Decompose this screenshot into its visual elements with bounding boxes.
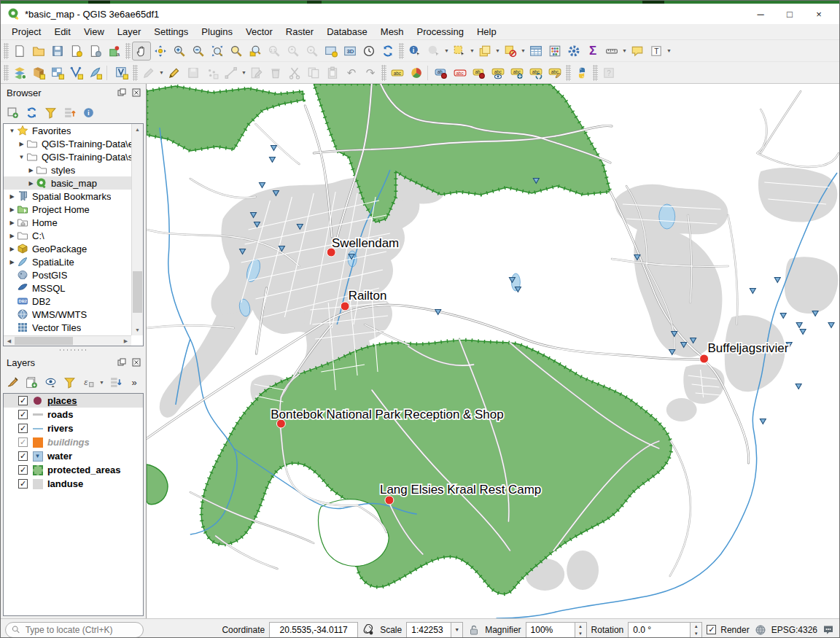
refresh-browser-icon[interactable] xyxy=(23,104,40,121)
crs-globe-icon[interactable] xyxy=(754,623,767,637)
browser-horizontal-scrollbar[interactable]: ◀▶ xyxy=(4,335,131,346)
browser-item-favorites[interactable]: ▼Favorites xyxy=(4,124,136,137)
scale-dropdown-icon[interactable]: ▼ xyxy=(451,622,463,638)
scroll-left-icon[interactable]: ◀ xyxy=(4,336,15,346)
lock-scale-icon[interactable] xyxy=(467,623,481,637)
add-raster-layer-icon[interactable] xyxy=(48,63,67,82)
browser-item-vector-tiles[interactable]: Vector Tiles xyxy=(4,321,136,334)
add-selected-layers-icon[interactable] xyxy=(4,104,21,121)
spin-up-icon[interactable]: ▲ xyxy=(575,623,586,630)
menu-vector[interactable]: Vector xyxy=(239,25,279,39)
layer-checkbox[interactable]: ✓ xyxy=(18,396,28,405)
toolbar-grip[interactable] xyxy=(133,65,138,81)
float-panel-icon[interactable] xyxy=(115,87,128,98)
statistical-summary-icon[interactable]: Σ xyxy=(583,42,602,61)
toggle-extents-icon[interactable] xyxy=(362,623,376,637)
zoom-to-selection-icon[interactable] xyxy=(227,42,246,61)
expand-icon[interactable]: ▶ xyxy=(17,141,26,147)
layer-row-protected-areas[interactable]: ✓protected_areas xyxy=(4,463,143,477)
map-tips-icon[interactable] xyxy=(628,42,647,61)
open-layer-styling-icon[interactable] xyxy=(4,373,21,391)
filter-by-expression-icon[interactable]: ε xyxy=(79,373,97,391)
cut-features-icon[interactable] xyxy=(285,63,304,82)
undo-icon[interactable]: ↶ xyxy=(342,63,361,82)
scroll-right-icon[interactable]: ▶ xyxy=(120,336,131,346)
run-feature-action-icon[interactable] xyxy=(424,42,443,61)
menu-settings[interactable]: Settings xyxy=(147,25,195,39)
dropdown-arrow-icon[interactable]: ▼ xyxy=(158,63,165,82)
layer-diagram-options-icon[interactable] xyxy=(407,63,426,82)
menu-plugins[interactable]: Plugins xyxy=(195,25,239,39)
magnifier-input[interactable] xyxy=(526,622,575,638)
identify-features-icon[interactable]: i xyxy=(405,42,424,61)
zoom-last-icon[interactable] xyxy=(284,42,303,61)
expand-icon[interactable]: ▶ xyxy=(7,246,17,252)
dropdown-arrow-icon[interactable]: ▼ xyxy=(520,42,526,61)
close-panel-icon[interactable] xyxy=(130,357,143,368)
browser-item-home[interactable]: ▶Home xyxy=(4,216,136,229)
float-panel-icon[interactable] xyxy=(115,357,128,368)
expand-icon[interactable]: ▶ xyxy=(7,219,17,226)
expand-collapse-all-icon[interactable] xyxy=(106,373,124,391)
browser-item-spatial-bookmarks[interactable]: ▶Spatial Bookmarks xyxy=(4,190,136,203)
minimize-button[interactable]: ─ xyxy=(746,4,775,23)
coordinate-input[interactable] xyxy=(269,622,358,638)
layer-labeling-options-icon[interactable]: abc xyxy=(388,63,407,82)
menu-help[interactable]: Help xyxy=(470,25,503,39)
toolbar-grip[interactable] xyxy=(4,65,9,81)
zoom-next-icon[interactable] xyxy=(303,42,322,61)
map-canvas[interactable]: Swellendam Railton Buffeljagsrivier Bont… xyxy=(146,84,839,618)
menu-processing[interactable]: Processing xyxy=(411,25,470,39)
spin-down-icon[interactable]: ▼ xyxy=(575,630,586,637)
close-panel-icon[interactable] xyxy=(130,87,143,98)
maximize-button[interactable]: □ xyxy=(775,4,804,23)
locate-input[interactable] xyxy=(24,624,137,636)
temporal-controller-icon[interactable] xyxy=(359,42,378,61)
expand-icon[interactable]: ▼ xyxy=(7,128,17,134)
browser-item-geopackage[interactable]: ▶GeoPackage xyxy=(4,242,136,255)
browser-item-c-drive[interactable]: ▶C:\ xyxy=(4,229,136,242)
layer-checkbox[interactable]: ✓ xyxy=(18,479,28,489)
toggle-editing-icon[interactable] xyxy=(165,63,184,82)
dropdown-arrow-icon[interactable]: ▼ xyxy=(666,42,672,61)
vertex-tool-icon[interactable] xyxy=(222,63,241,82)
expand-icon[interactable]: ▶ xyxy=(7,193,17,200)
select-by-value-icon[interactable] xyxy=(475,42,494,61)
add-delimited-text-layer-icon[interactable] xyxy=(86,63,105,82)
map-svg[interactable]: Swellendam Railton Buffeljagsrivier Bont… xyxy=(147,84,839,618)
dropdown-arrow-icon[interactable]: ▼ xyxy=(443,42,450,61)
add-vector-layer-icon[interactable] xyxy=(29,63,48,82)
expand-icon[interactable]: ▶ xyxy=(26,180,36,187)
dropdown-arrow-icon[interactable]: ▼ xyxy=(98,373,105,392)
place-marker-buffeljagsrivier[interactable] xyxy=(700,354,709,363)
close-button[interactable]: × xyxy=(804,4,833,23)
paste-features-icon[interactable] xyxy=(323,63,342,82)
scroll-down-icon[interactable]: ▼ xyxy=(132,324,143,335)
scrollbar-thumb[interactable] xyxy=(15,337,73,345)
rotate-label-icon[interactable]: abc xyxy=(526,63,545,82)
rotation-spinner[interactable]: ▲▼ xyxy=(691,622,702,638)
dropdown-arrow-icon[interactable]: ▼ xyxy=(494,42,501,61)
expand-icon[interactable]: ▼ xyxy=(17,154,26,160)
scale-input[interactable] xyxy=(406,622,451,638)
data-source-manager-icon[interactable] xyxy=(10,63,29,82)
add-virtual-layer-icon[interactable] xyxy=(112,63,131,82)
zoom-in-icon[interactable] xyxy=(170,42,189,61)
place-marker-railton[interactable] xyxy=(341,302,349,311)
current-edits-icon[interactable] xyxy=(139,63,158,82)
collapse-all-icon[interactable] xyxy=(61,104,78,121)
add-group-icon[interactable] xyxy=(23,373,40,391)
render-checkbox[interactable]: ✓ xyxy=(707,625,716,634)
show-layout-manager-icon[interactable] xyxy=(86,42,105,61)
zoom-out-icon[interactable] xyxy=(189,42,208,61)
toolbar-grip[interactable] xyxy=(125,43,131,59)
browser-item-styles[interactable]: ▶styles xyxy=(4,163,136,176)
browser-item-training-data-e[interactable]: ▶QGIS-Training-Data\e xyxy=(4,137,136,150)
style-manager-icon[interactable]: a xyxy=(105,42,124,61)
options-gear-icon[interactable] xyxy=(564,42,583,61)
magnifier-spinner[interactable]: ▲▼ xyxy=(575,622,587,638)
modify-attributes-icon[interactable] xyxy=(247,63,266,82)
change-label-icon[interactable]: abc xyxy=(545,63,564,82)
dropdown-arrow-icon[interactable]: ▼ xyxy=(621,42,628,61)
pan-map-icon[interactable] xyxy=(132,42,151,61)
